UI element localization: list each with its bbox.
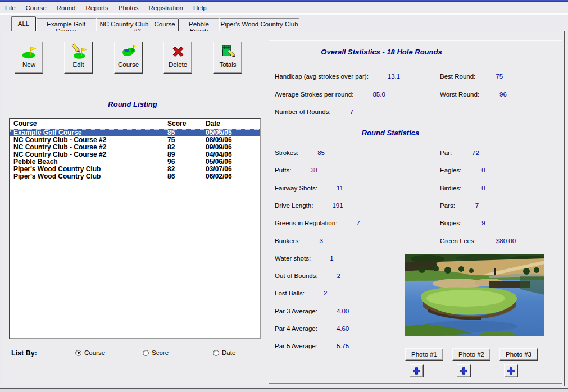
menu-item-photos[interactable]: Photos (113, 3, 144, 13)
stat-label: Best Round: (440, 73, 475, 80)
stat-value: 7 (475, 202, 479, 209)
stat-value: 1 (330, 255, 333, 262)
new-round-icon (21, 43, 38, 60)
menu-item-file[interactable]: File (0, 3, 21, 13)
stat-label: Par 5 Average: (275, 343, 317, 349)
menu-item-registration[interactable]: Registration (144, 3, 188, 13)
stat-label: Fairway Shots: (275, 185, 317, 192)
statistics-panel: Overall Statistics - 18 Hole Rounds Hand… (269, 40, 562, 384)
list-by-option-course[interactable]: Course (75, 349, 105, 356)
stat-label: Number of Rounds: (275, 108, 331, 115)
menu-item-reports[interactable]: Reports (81, 3, 113, 13)
toolbar-button-label: Course (118, 61, 139, 68)
stat-row-number-of-rounds: Number of Rounds:7 (275, 108, 353, 115)
totals-button[interactable]: Totals (213, 42, 242, 74)
stat-label: Eagles: (440, 167, 461, 174)
stat-value: 75 (496, 73, 503, 80)
stat-value: $80.00 (496, 238, 516, 244)
tab-nc-country-club-course-2[interactable]: NC Country Club - Course #2 (96, 18, 179, 31)
column-header-score[interactable]: Score (167, 120, 186, 127)
menu-separator (0, 13, 568, 15)
cell: Piper's Wood Country Club (13, 173, 101, 180)
stat-row-pars: Pars:7 (440, 202, 479, 209)
stat-label: Bunkers: (275, 238, 300, 244)
stat-label: Handicap (avg strokes over par): (275, 73, 369, 80)
list-by-option-score[interactable]: Score (143, 349, 169, 356)
stat-value: 191 (332, 202, 343, 209)
window-bottom-edge (0, 388, 568, 392)
stat-row-best-round: Best Round:75 (440, 73, 503, 80)
stat-label: Greens in Regulation: (275, 220, 337, 226)
stat-value: 7 (350, 108, 353, 115)
stat-label: Birdies: (440, 185, 461, 192)
edit-round-button[interactable]: Edit (64, 42, 93, 74)
menu-item-course[interactable]: Course (21, 3, 52, 13)
stat-row-bogies: Bogies:9 (440, 220, 485, 226)
list-by-label: List By: (11, 349, 37, 357)
stat-value: 3 (319, 238, 322, 244)
add-photo-button-2[interactable] (457, 364, 471, 377)
photo-button-2[interactable]: Photo #2 (452, 348, 490, 361)
stat-label: Par 4 Average: (275, 325, 317, 332)
photo-button-3[interactable]: Photo #3 (499, 348, 538, 361)
stat-label: Average Strokes per round: (275, 91, 353, 98)
round-listbox[interactable]: CourseScoreDate Example Golf Course8505/… (9, 118, 261, 339)
tab-piper-s-wood-country-club[interactable]: Piper's Wood Country Club (219, 18, 299, 31)
stat-value: 85.0 (372, 91, 385, 98)
toolbar-button-label: Delete (169, 61, 187, 68)
toolbar-button-label: Totals (219, 61, 236, 68)
add-photo-button-1[interactable] (410, 364, 424, 377)
stat-label: Strokes: (275, 149, 298, 156)
table-row[interactable]: Piper's Wood Country Club8606/02/06 (10, 173, 260, 180)
radio-label: Course (84, 349, 105, 356)
stat-row-putts: Putts:38 (275, 167, 317, 174)
radio-label: Score (152, 349, 169, 356)
edit-round-icon (70, 43, 87, 60)
new-round-button[interactable]: New (15, 42, 43, 74)
stat-row-fairway-shots: Fairway Shots:11 (275, 185, 343, 192)
stat-value: 85 (317, 149, 325, 156)
cell: 86 (167, 173, 175, 180)
menu-item-help[interactable]: Help (188, 3, 212, 13)
add-photo-button-3[interactable] (504, 364, 518, 377)
stat-value: 2 (337, 272, 340, 279)
stat-value: 0 (481, 185, 485, 192)
stat-value: 7 (356, 220, 360, 226)
stat-label: Pars: (440, 202, 455, 209)
radio-button-course[interactable] (75, 350, 81, 356)
stat-row-par-5-average: Par 5 Average:5.75 (275, 343, 349, 349)
toolbar-button-label: Edit (73, 61, 84, 68)
photo-button-1[interactable]: Photo #1 (405, 348, 443, 361)
stat-value: 0 (481, 167, 485, 174)
stat-value: 38 (310, 167, 317, 174)
stat-label: Lost Balls: (275, 290, 305, 297)
app-window: FileCourseRoundReportsPhotosRegistration… (0, 0, 568, 392)
course-button[interactable]: Course (114, 42, 143, 74)
course-photo (405, 254, 544, 336)
stat-label: Water shots: (275, 255, 311, 262)
menu-item-round[interactable]: Round (52, 3, 81, 13)
radio-button-score[interactable] (143, 350, 149, 356)
add-photo-icon (412, 367, 421, 375)
column-header-course[interactable]: Course (13, 120, 37, 127)
stat-row-handicap-avg-strokes-over-par: Handicap (avg strokes over par):13.1 (275, 73, 400, 80)
tab-pebble-beach[interactable]: Pebble Beach (179, 18, 219, 31)
stat-value: 72 (472, 149, 479, 156)
tab-example-golf-course[interactable]: Example Golf Course (36, 18, 96, 31)
list-by-option-date[interactable]: Date (213, 349, 235, 356)
column-header-date[interactable]: Date (206, 120, 220, 127)
stat-row-lost-balls: Lost Balls:2 (275, 290, 327, 297)
stat-row-green-fees: Green Fees:$80.00 (440, 238, 516, 244)
stat-row-greens-in-regulation: Greens in Regulation:7 (275, 220, 360, 226)
add-photo-icon (507, 367, 515, 375)
stat-row-bunkers: Bunkers:3 (275, 238, 323, 244)
stat-row-par-4-average: Par 4 Average:4.60 (275, 325, 349, 332)
delete-round-button[interactable]: Delete (163, 42, 192, 74)
tab-all[interactable]: ALL (11, 16, 36, 31)
stat-label: Par 3 Average: (275, 308, 317, 314)
stat-value: 4.00 (337, 308, 349, 314)
stat-row-water-shots: Water shots:1 (275, 255, 334, 262)
stat-row-eagles: Eagles:0 (440, 167, 485, 174)
radio-button-date[interactable] (213, 350, 219, 356)
stat-row-drive-length: Drive Length:191 (275, 202, 343, 209)
